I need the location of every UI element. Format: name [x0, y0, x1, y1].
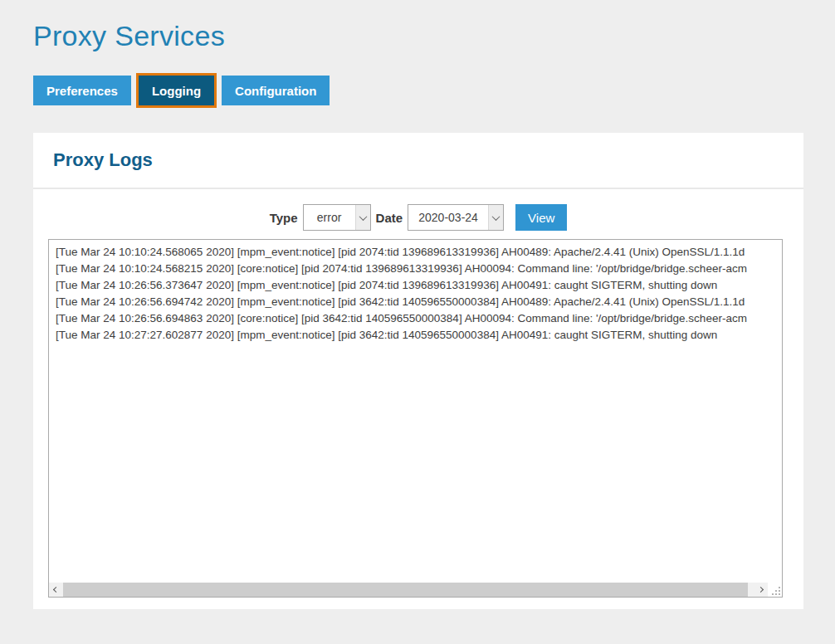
view-button[interactable]: View: [515, 204, 567, 231]
date-select[interactable]: 2020-03-24: [408, 204, 504, 231]
chevron-right-icon: [758, 587, 764, 593]
panel-header: Proxy Logs: [33, 133, 803, 189]
proxy-logs-panel: Proxy Logs Type error Date 2020-03-24 Vi…: [33, 133, 803, 609]
scroll-left-button[interactable]: [49, 583, 63, 597]
log-line: [Tue Mar 24 10:26:56.694742 2020] [mpm_e…: [56, 294, 775, 310]
page: Proxy Services Preferences Logging Confi…: [0, 0, 835, 644]
log-line: [Tue Mar 24 10:26:56.694863 2020] [core:…: [56, 310, 775, 327]
log-line: [Tue Mar 24 10:10:24.568215 2020] [core:…: [56, 261, 775, 277]
date-select-arrow-box[interactable]: [488, 205, 503, 230]
chevron-down-icon: [492, 212, 501, 221]
tab-configuration-label: Configuration: [235, 84, 316, 98]
scrollbar-thumb[interactable]: [63, 583, 748, 597]
log-line: [Tue Mar 24 10:10:24.568065 2020] [mpm_e…: [56, 244, 775, 261]
log-lines: [Tue Mar 24 10:10:24.568065 2020] [mpm_e…: [49, 240, 782, 581]
chevron-left-icon: [53, 587, 59, 593]
tab-logging[interactable]: Logging: [139, 76, 214, 105]
log-line: [Tue Mar 24 10:27:27.602877 2020] [mpm_e…: [56, 327, 775, 344]
tab-logging-label: Logging: [152, 84, 201, 98]
resize-grip-dots: [771, 586, 781, 596]
resize-grip-icon[interactable]: [769, 583, 781, 596]
type-select[interactable]: error: [303, 204, 371, 231]
tab-bar: Preferences Logging Configuration: [33, 76, 330, 105]
page-title: Proxy Services: [33, 20, 225, 52]
scroll-right-button[interactable]: [754, 583, 768, 597]
tab-preferences[interactable]: Preferences: [33, 76, 131, 105]
type-select-value: error: [304, 205, 355, 230]
log-filter-controls: Type error Date 2020-03-24 View: [33, 204, 803, 231]
chevron-down-icon: [359, 212, 367, 221]
type-label: Type: [270, 211, 298, 225]
date-label: Date: [376, 211, 403, 225]
tab-preferences-label: Preferences: [46, 84, 118, 98]
log-output[interactable]: [Tue Mar 24 10:10:24.568065 2020] [mpm_e…: [48, 239, 783, 598]
type-select-arrow-box[interactable]: [355, 205, 370, 230]
log-line: [Tue Mar 24 10:26:56.373647 2020] [mpm_e…: [56, 277, 775, 294]
tab-configuration[interactable]: Configuration: [222, 76, 330, 105]
date-select-value: 2020-03-24: [408, 205, 488, 230]
panel-title: Proxy Logs: [53, 149, 153, 171]
horizontal-scrollbar[interactable]: [49, 583, 768, 597]
